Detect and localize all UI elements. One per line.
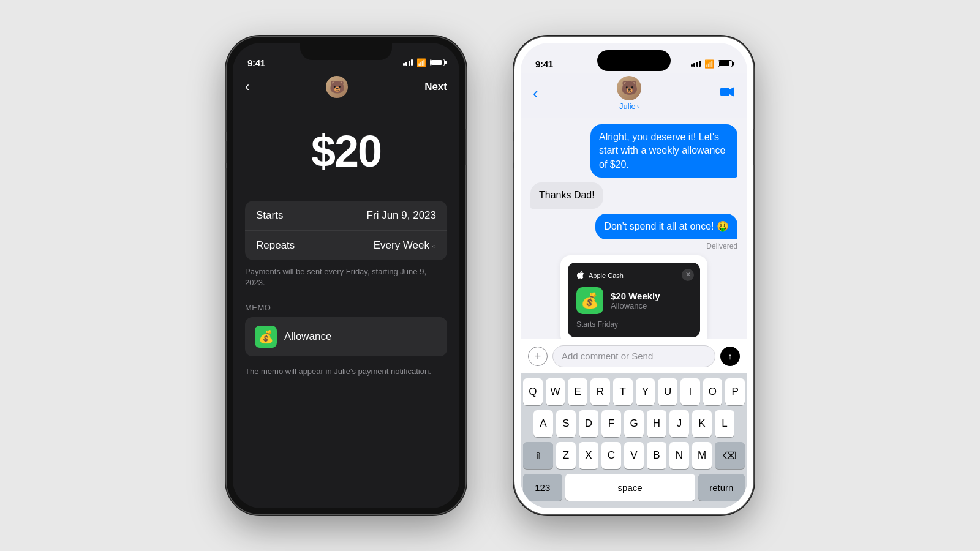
payment-note: Payments will be sent every Friday, star…	[233, 260, 459, 288]
repeats-row[interactable]: Repeats Every Week ⬦	[245, 231, 447, 260]
received-bubble-1: Thanks Dad!	[530, 182, 603, 208]
right-time: 9:41	[535, 59, 553, 69]
repeat-chevron-icon: ⬦	[432, 241, 436, 250]
card-info: $20 Weekly Allowance	[611, 291, 692, 310]
key-y[interactable]: Y	[636, 378, 655, 405]
sent-bubble-2: Don't spend it all at once! 🤑	[595, 214, 737, 239]
notch	[300, 43, 392, 60]
card-close-button[interactable]: ✕	[682, 269, 694, 281]
card-subtitle: Allowance	[611, 301, 692, 310]
starts-label: Starts	[256, 209, 283, 222]
key-u[interactable]: U	[658, 378, 677, 405]
left-status-icons: 📶	[403, 58, 445, 67]
key-g[interactable]: G	[624, 410, 644, 437]
key-f[interactable]: F	[601, 410, 621, 437]
apple-cash-card[interactable]: ✕ Apple Cash 💰 $20 Weekly	[560, 255, 707, 339]
key-a[interactable]: A	[533, 410, 553, 437]
key-p[interactable]: P	[725, 378, 745, 405]
memo-label: MEMO	[245, 303, 447, 312]
right-wifi-icon: 📶	[704, 59, 714, 69]
starts-value: Fri Jun 9, 2023	[367, 209, 436, 222]
next-button[interactable]: Next	[424, 81, 447, 93]
r-signal-2	[693, 63, 695, 67]
key-o[interactable]: O	[703, 378, 723, 405]
left-phone: 9:41 📶	[227, 37, 466, 514]
comment-input[interactable]: Add comment or Send	[552, 345, 715, 367]
battery-icon	[430, 59, 445, 66]
r-signal-4	[699, 61, 701, 67]
key-t[interactable]: T	[613, 378, 633, 405]
keyboard-row-3: ⇧ Z X C V B N M ⌫	[523, 442, 745, 469]
messages-back-button[interactable]: ‹	[533, 84, 538, 103]
signal-bar-4	[411, 59, 413, 66]
messages-body: Alright, you deserve it! Let's start wit…	[521, 118, 747, 339]
right-status-icons: 📶	[691, 59, 733, 69]
key-d[interactable]: D	[579, 410, 598, 437]
key-i[interactable]: I	[680, 378, 700, 405]
key-b[interactable]: B	[647, 442, 666, 469]
right-battery-fill	[719, 61, 729, 66]
key-n[interactable]: N	[669, 442, 689, 469]
repeats-value: Every Week	[374, 239, 429, 252]
keyboard-row-1: Q W E R T Y U I O P	[523, 378, 745, 405]
amount-display: $20	[245, 126, 447, 176]
contact-avatar: 🐻	[326, 76, 348, 98]
r-signal-1	[691, 64, 693, 67]
back-button[interactable]: ‹	[245, 79, 249, 95]
memo-input-field[interactable]: 💰 Allowance	[245, 317, 447, 356]
memo-section: MEMO 💰 Allowance	[233, 288, 459, 361]
svg-marker-1	[729, 87, 734, 97]
shift-button[interactable]: ⇧	[523, 442, 553, 469]
messages-contact-name: Julie ›	[619, 102, 639, 111]
space-button[interactable]: space	[565, 474, 695, 501]
messages-nav: ‹ 🐻 Julie ›	[521, 73, 747, 118]
wifi-icon: 📶	[417, 58, 426, 67]
key-z[interactable]: Z	[556, 442, 576, 469]
key-w[interactable]: W	[546, 378, 565, 405]
key-l[interactable]: L	[715, 410, 734, 437]
video-call-button[interactable]	[720, 86, 735, 100]
key-k[interactable]: K	[692, 410, 712, 437]
key-s[interactable]: S	[556, 410, 576, 437]
apple-cash-screen: 9:41 📶	[233, 43, 459, 508]
memo-note: The memo will appear in Julie's payment …	[233, 361, 459, 377]
signal-bar-3	[409, 61, 410, 66]
delivered-label: Delivered	[706, 242, 737, 250]
amount-section: $20	[233, 108, 459, 201]
starts-row[interactable]: Starts Fri Jun 9, 2023	[245, 201, 447, 231]
keyboard: Q W E R T Y U I O P A S	[521, 373, 747, 508]
right-screen: 9:41 📶	[521, 43, 747, 508]
input-bar: + Add comment or Send ↑	[521, 339, 747, 373]
schedule-card: Starts Fri Jun 9, 2023 Repeats Every Wee…	[245, 201, 447, 260]
signal-bars	[403, 59, 413, 66]
card-amount: $20 Weekly	[611, 291, 692, 301]
card-header: Apple Cash	[576, 271, 692, 280]
svg-rect-0	[720, 88, 729, 96]
key-q[interactable]: Q	[523, 378, 543, 405]
r-signal-3	[696, 62, 698, 67]
key-h[interactable]: H	[647, 410, 666, 437]
key-e[interactable]: E	[568, 378, 587, 405]
apple-cash-card-inner: ✕ Apple Cash 💰 $20 Weekly	[568, 263, 700, 337]
key-c[interactable]: C	[601, 442, 621, 469]
dynamic-island	[597, 50, 671, 71]
left-time: 9:41	[247, 58, 265, 68]
send-button[interactable]: ↑	[720, 347, 740, 366]
numbers-button[interactable]: 123	[523, 474, 562, 501]
key-m[interactable]: M	[692, 442, 712, 469]
card-money-icon: 💰	[576, 287, 603, 314]
messages-screen: 9:41 📶	[521, 43, 747, 508]
key-x[interactable]: X	[579, 442, 598, 469]
right-phone: 9:41 📶	[514, 37, 753, 514]
card-content: 💰 $20 Weekly Allowance	[576, 287, 692, 314]
key-r[interactable]: R	[590, 378, 610, 405]
key-j[interactable]: J	[669, 410, 689, 437]
return-button[interactable]: return	[698, 474, 745, 501]
messages-avatar: 🐻	[617, 76, 641, 100]
backspace-button[interactable]: ⌫	[715, 442, 745, 469]
add-button[interactable]: +	[528, 347, 548, 366]
keyboard-row-2: A S D F G H J K L	[523, 410, 745, 437]
apple-logo-icon	[576, 271, 585, 280]
messages-nav-center[interactable]: 🐻 Julie ›	[617, 76, 641, 111]
key-v[interactable]: V	[624, 442, 644, 469]
